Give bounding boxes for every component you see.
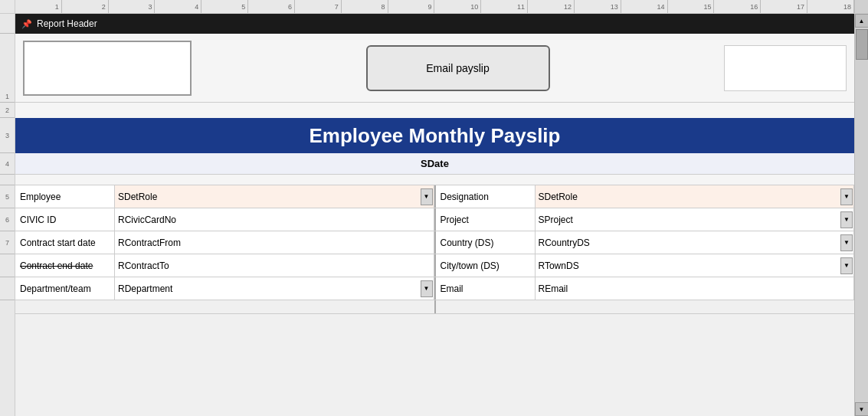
employee-value-text: SDetRole xyxy=(118,192,157,202)
logo-placeholder xyxy=(23,41,192,96)
right-email: Email REmail xyxy=(436,277,855,300)
pin-icon: 📌 xyxy=(21,19,32,29)
employee-label: Employee xyxy=(15,185,115,208)
contract-end-value: RContractTo xyxy=(115,254,434,277)
workspace: 1 2 3 4 5 6 7 📌 Report Header Email pays… xyxy=(0,14,868,416)
designation-value-text: SDetRole xyxy=(539,192,578,202)
city-value[interactable]: RTownDS ▼ xyxy=(536,254,855,277)
email-value-text: REmail xyxy=(539,283,568,294)
field-row-contract-start: Contract start date RContractFrom Countr… xyxy=(15,231,854,254)
field-row-civic: CIVIC ID RCivicCardNo Project SProject ▼ xyxy=(15,208,854,231)
civic-id-value-text: RCivicCardNo xyxy=(118,215,176,225)
email-value: REmail xyxy=(536,277,855,300)
top-ruler: 123456789101112131415161718 xyxy=(0,0,868,14)
report-header-bar: 📌 Report Header xyxy=(15,14,854,34)
country-value[interactable]: RCountryDS ▼ xyxy=(536,231,855,254)
city-value-text: RTownDS xyxy=(539,260,579,271)
designation-dropdown-btn[interactable]: ▼ xyxy=(840,188,853,205)
department-label: Department/team xyxy=(15,277,115,300)
employee-dropdown-btn[interactable]: ▼ xyxy=(421,188,433,205)
project-value-text: SProject xyxy=(539,215,573,225)
department-value-text: RDepartment xyxy=(118,283,172,294)
designation-value[interactable]: SDetRole ▼ xyxy=(536,185,855,208)
report-header-label: Report Header xyxy=(37,18,97,29)
sdate-row: SDate xyxy=(15,153,854,175)
title-row: Employee Monthly Payslip xyxy=(15,118,854,153)
left-contract-end: Contract end date RContractTo xyxy=(15,254,436,277)
scroll-down-btn[interactable]: ▼ xyxy=(855,402,869,416)
scrollbar[interactable]: ▲ ▼ xyxy=(854,14,868,416)
payslip-title: Employee Monthly Payslip xyxy=(310,124,561,148)
left-civic: CIVIC ID RCivicCardNo xyxy=(15,208,436,231)
left-contract-start: Contract start date RContractFrom xyxy=(15,231,436,254)
project-value[interactable]: SProject ▼ xyxy=(536,208,855,231)
row-2-empty xyxy=(15,103,854,118)
header-section: Email payslip xyxy=(15,34,854,103)
department-value[interactable]: RDepartment ▼ xyxy=(115,277,434,300)
sdate-label: SDate xyxy=(421,158,449,169)
right-project: Project SProject ▼ xyxy=(436,208,855,231)
project-label: Project xyxy=(436,208,536,231)
right-designation: Designation SDetRole ▼ xyxy=(436,185,855,208)
left-ruler: 1 2 3 4 5 6 7 xyxy=(0,14,15,416)
contract-end-value-text: RContractTo xyxy=(118,260,169,271)
contract-start-label: Contract start date xyxy=(15,231,115,254)
outer-wrapper: 123456789101112131415161718 1 2 3 4 5 6 … xyxy=(0,0,868,416)
contract-start-value-text: RContractFrom xyxy=(118,237,181,248)
civic-id-value: RCivicCardNo xyxy=(115,208,434,231)
civic-id-label: CIVIC ID xyxy=(15,208,115,231)
field-row-contract-end: Contract end date RContractTo City/town … xyxy=(15,254,854,277)
department-dropdown-btn[interactable]: ▼ xyxy=(421,280,433,297)
right-country: Country (DS) RCountryDS ▼ xyxy=(436,231,855,254)
left-department: Department/team RDepartment ▼ xyxy=(15,277,436,300)
main-panel: 📌 Report Header Email payslip Employee M… xyxy=(15,14,854,416)
city-dropdown-btn[interactable]: ▼ xyxy=(840,257,853,274)
field-row-employee: Employee SDetRole ▼ Designation SDetRole… xyxy=(15,185,854,208)
row-separator xyxy=(15,175,854,185)
contract-start-value: RContractFrom xyxy=(115,231,434,254)
country-dropdown-btn[interactable]: ▼ xyxy=(840,234,853,251)
contract-end-label: Contract end date xyxy=(15,254,115,277)
employee-value[interactable]: SDetRole ▼ xyxy=(115,185,434,208)
city-label: City/town (DS) xyxy=(436,254,536,277)
scroll-up-btn[interactable]: ▲ xyxy=(855,14,869,28)
country-value-text: RCountryDS xyxy=(539,237,590,248)
right-placeholder xyxy=(724,45,847,91)
email-payslip-button[interactable]: Email payslip xyxy=(366,45,550,91)
left-employee: Employee SDetRole ▼ xyxy=(15,185,436,208)
scroll-thumb[interactable] xyxy=(856,29,868,60)
project-dropdown-btn[interactable]: ▼ xyxy=(840,211,853,228)
country-label: Country (DS) xyxy=(436,231,536,254)
email-label: Email xyxy=(436,277,536,300)
right-city: City/town (DS) RTownDS ▼ xyxy=(436,254,855,277)
field-row-bottom-partial xyxy=(15,300,854,314)
designation-label: Designation xyxy=(436,185,536,208)
field-row-department: Department/team RDepartment ▼ Email REma… xyxy=(15,277,854,300)
